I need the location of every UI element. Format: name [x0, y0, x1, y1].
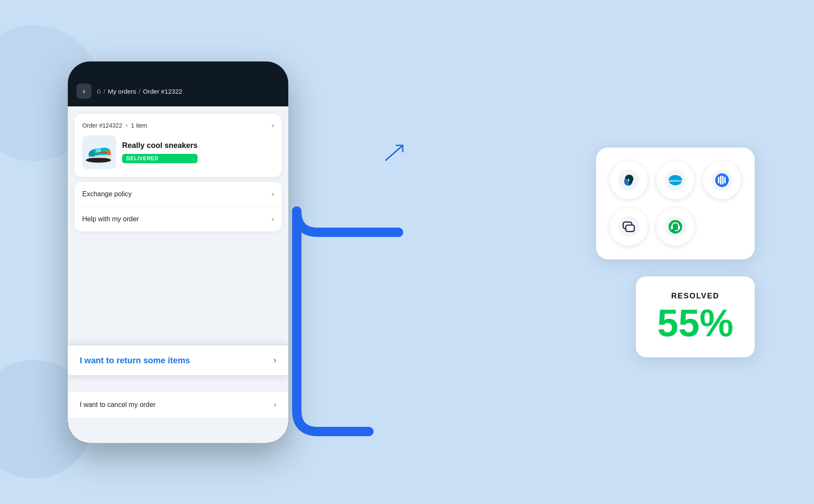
cancel-item[interactable]: I want to cancel my order ›: [68, 391, 288, 418]
breadcrumb-order-id: Order #12322: [143, 88, 182, 95]
product-name: Really cool sneakers: [122, 141, 198, 150]
cancel-label: I want to cancel my order: [80, 401, 156, 409]
phone-wrapper: ‹ ⌂ / My orders / Order #12322: [59, 61, 297, 443]
back-button[interactable]: ‹: [76, 84, 92, 99]
help-chevron-icon: ›: [272, 215, 274, 223]
svg-rect-25: [671, 226, 673, 229]
phone-device: ‹ ⌂ / My orders / Order #12322: [68, 61, 288, 443]
widget-logo: [618, 216, 639, 237]
phone-notch: [148, 61, 208, 76]
menu-item-exchange[interactable]: Exchange policy ›: [75, 182, 282, 207]
product-row: Really cool sneakers DELIVERED: [82, 135, 274, 169]
svg-point-13: [715, 173, 729, 187]
order-meta: Order #124322 • 1 item: [82, 122, 147, 129]
intercom-logo: [711, 170, 733, 191]
support-logo: [665, 216, 686, 237]
resolved-panel: RESOLVED 55%: [636, 276, 755, 357]
connector-svg: [284, 190, 411, 487]
order-card: Order #124322 • 1 item ›: [75, 114, 282, 177]
phone-screen: ‹ ⌂ / My orders / Order #12322: [68, 61, 288, 443]
svg-text:salesforce: salesforce: [668, 179, 683, 182]
return-label: I want to return some items: [80, 356, 190, 365]
menu-items-card: Exchange policy › Help with my order ›: [75, 182, 282, 231]
svg-rect-22: [626, 225, 634, 231]
chat-widget-icon: [610, 208, 648, 246]
resolved-percent: 55%: [656, 304, 734, 342]
main-container: ‹ ⌂ / My orders / Order #12322: [59, 25, 755, 479]
zendesk-icon: [610, 161, 648, 199]
intercom-icon: [703, 161, 741, 199]
return-item-highlighted[interactable]: I want to return some items ›: [68, 345, 288, 375]
sneaker-illustration: [85, 138, 114, 167]
svg-point-8: [618, 170, 639, 191]
dot-separator: •: [125, 122, 128, 129]
menu-item-help[interactable]: Help with my order ›: [75, 207, 282, 231]
breadcrumb-orders: My orders: [108, 88, 136, 95]
exchange-chevron-icon: ›: [272, 190, 274, 198]
decorative-lines: [382, 143, 407, 166]
item-count: 1 item: [131, 122, 147, 129]
order-header: Order #124322 • 1 item ›: [82, 122, 274, 129]
order-chevron-icon: ›: [272, 122, 274, 129]
product-info: Really cool sneakers DELIVERED: [122, 141, 198, 163]
help-label: Help with my order: [82, 215, 139, 223]
back-icon: ‹: [83, 87, 85, 96]
return-chevron-icon: ›: [273, 355, 276, 366]
status-badge: DELIVERED: [122, 154, 198, 163]
svg-point-0: [86, 158, 111, 163]
svg-point-27: [675, 230, 676, 231]
separator-2: /: [139, 88, 140, 95]
zendesk-logo: [618, 170, 639, 191]
support-icon: [656, 208, 694, 246]
cancel-chevron-icon: ›: [274, 400, 276, 409]
product-image: [82, 135, 116, 169]
breadcrumb: ⌂ / My orders / Order #12322: [97, 87, 182, 95]
salesforce-logo: salesforce: [665, 170, 686, 191]
separator-1: /: [103, 88, 105, 95]
exchange-label: Exchange policy: [82, 190, 132, 198]
resolved-label: RESOLVED: [656, 292, 734, 301]
phone-content: Order #124322 • 1 item ›: [68, 106, 288, 239]
decorative-arrow-svg: [382, 143, 407, 164]
order-number: Order #124322: [82, 122, 122, 129]
integrations-panel: salesforce: [596, 148, 755, 259]
right-side: salesforce: [297, 148, 755, 357]
salesforce-icon: salesforce: [656, 161, 694, 199]
home-icon: ⌂: [97, 87, 101, 95]
svg-line-4: [386, 145, 403, 160]
svg-point-24: [669, 220, 682, 234]
